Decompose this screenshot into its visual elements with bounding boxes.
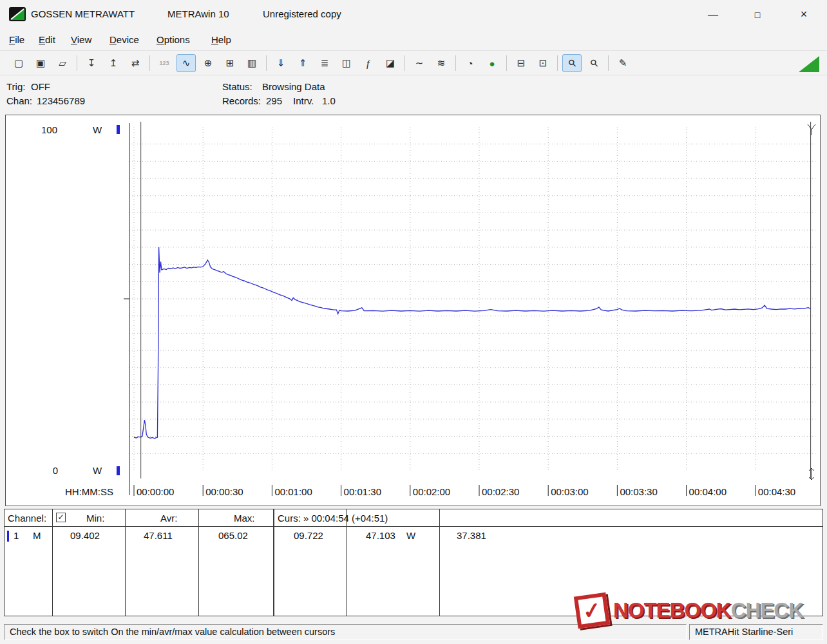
waveform-marker-icon: ∼	[415, 57, 424, 69]
annotation-icon: ✎	[619, 57, 627, 69]
live-monitor-button[interactable]: ◫	[337, 54, 356, 72]
header-min: Min:	[86, 513, 104, 524]
maximize-button[interactable]: □	[743, 0, 772, 29]
app-logo-icon	[9, 7, 26, 21]
y-axis-bottom-marker	[117, 466, 120, 475]
metrawin-window: GOSSEN METRAWATT METRAwin 10 Unregistere…	[0, 0, 827, 644]
waveform-marker-button[interactable]: ∼	[410, 54, 429, 72]
titlebar-app-name: METRAwin 10	[167, 8, 229, 19]
cell-mode: M	[33, 530, 41, 541]
chart-cursors[interactable]	[141, 122, 811, 478]
toolbar-separator	[455, 55, 456, 71]
minimize-button[interactable]: —	[698, 0, 728, 29]
chart-display-button[interactable]: ∿	[176, 54, 196, 72]
records-value: 295	[266, 95, 282, 106]
close-button[interactable]: ×	[789, 0, 819, 29]
table-column-divider	[439, 509, 440, 616]
numeric-display-button[interactable]: 123	[155, 54, 174, 72]
cell-delta: 37.381	[457, 530, 486, 541]
file-open-icon: ▱	[59, 57, 66, 69]
function-display-button[interactable]: ƒ	[359, 54, 378, 72]
watermark-brand-gray: CHECK	[731, 598, 803, 623]
info-bar: Trig: OFF Chan: 123456789 Status: Browsi…	[0, 75, 827, 111]
menu-edit[interactable]: Edit	[36, 33, 58, 46]
notebookcheck-shield-icon: ✓	[574, 592, 610, 629]
file-new-icon: ▢	[14, 57, 23, 69]
cell-channel: 1	[14, 530, 19, 541]
zoom-in-button[interactable]: ⚲	[562, 54, 582, 72]
gauge-view-icon: ◔	[467, 58, 473, 69]
waveform-measure-button[interactable]: ≋	[432, 54, 451, 72]
interval-label: Intrv.	[293, 95, 314, 106]
cursor-handle-bottom-icon[interactable]	[809, 468, 814, 480]
y-max-label: 100	[41, 124, 57, 135]
header-cursor: Curs: » 00:04:54 (+04:51)	[278, 513, 388, 524]
chart-display-icon: ∿	[182, 57, 191, 69]
table-column-divider	[273, 509, 274, 616]
header-avr: Avr:	[160, 513, 177, 524]
cell-cursor2: 47.103	[366, 530, 395, 541]
menu-view[interactable]: View	[68, 33, 94, 46]
watermark-brand-red: NOTEBOOK	[613, 598, 731, 623]
file-save-button[interactable]: ▣	[31, 54, 50, 72]
demo-bug-button[interactable]: ●	[482, 54, 502, 72]
table-column-divider	[198, 509, 199, 616]
zoom-out-button[interactable]: ⚲	[584, 54, 604, 72]
minmax-toggle-checkbox[interactable]: ✓	[56, 513, 66, 522]
x-tick-label: 00:02:00	[413, 486, 450, 497]
chart-grid	[129, 127, 816, 471]
y-unit-bottom-label: W	[93, 465, 102, 476]
toolbar-separator	[266, 55, 267, 71]
file-open-button[interactable]: ▱	[53, 54, 72, 72]
menu-options[interactable]: Options	[154, 33, 193, 46]
x-tick-label: 00:04:30	[758, 486, 795, 497]
device-monitor-icon: ◪	[386, 57, 395, 69]
data-import-button[interactable]: ↥	[104, 54, 123, 72]
print-preview-icon: ⊡	[539, 57, 547, 69]
channel-list-icon: ≣	[321, 57, 329, 69]
waveform-measure-icon: ≋	[437, 57, 446, 69]
x-axis-ticks: 00:00:0000:00:3000:01:0000:01:3000:02:00…	[134, 485, 795, 497]
data-transfer-button[interactable]: ⇄	[126, 54, 145, 72]
print-button[interactable]: ⊟	[511, 54, 531, 72]
annotation-button[interactable]: ✎	[613, 54, 632, 72]
x-tick-label: 00:00:00	[137, 486, 174, 497]
cell-avr: 47.611	[144, 530, 173, 541]
file-new-button[interactable]: ▢	[9, 54, 28, 72]
power-trace	[134, 247, 811, 439]
function-display-icon: ƒ	[366, 58, 371, 69]
bargraph-display-icon: ▥	[247, 57, 256, 69]
bargraph-display-button[interactable]: ▥	[242, 54, 261, 72]
data-export-button[interactable]: ↧	[82, 54, 101, 72]
toolbar-separator	[506, 55, 507, 71]
menu-device[interactable]: Device	[107, 33, 142, 46]
device-upload-button[interactable]: ⇑	[293, 54, 312, 72]
menu-file[interactable]: File	[6, 33, 27, 46]
x-tick-label: 00:03:00	[551, 486, 588, 497]
print-preview-button[interactable]: ⊡	[533, 54, 553, 72]
trig-value: OFF	[31, 81, 50, 92]
file-save-icon: ▣	[36, 57, 45, 69]
chart-axes: 100 W 0 W HH:MM:SS	[41, 123, 129, 497]
x-tick-label: 00:00:30	[205, 486, 243, 497]
device-upload-icon: ⇑	[299, 57, 307, 69]
gauge-view-button[interactable]: ◔	[461, 54, 480, 72]
data-import-icon: ↥	[109, 57, 118, 69]
device-download-button[interactable]: ⇓	[271, 54, 290, 72]
data-export-icon: ↧	[88, 57, 96, 69]
x-tick-label: 00:01:00	[274, 486, 312, 497]
cell-min: 09.402	[70, 530, 100, 541]
cursor-handle-top-icon[interactable]	[808, 124, 815, 135]
zoom-in-icon: ⚲	[566, 57, 579, 70]
power-chart: 100 W 0 W HH:MM:SS 00:00:0000:00:3000:01…	[6, 115, 820, 506]
scope-display-button[interactable]: ⊕	[198, 54, 218, 72]
toolbar-separator	[77, 55, 77, 71]
device-download-icon: ⇓	[277, 57, 285, 69]
channel-list-button[interactable]: ≣	[315, 54, 334, 72]
x-tick-label: 00:04:00	[689, 486, 727, 497]
records-label: Records:	[222, 95, 261, 106]
live-monitor-icon: ◫	[342, 57, 351, 69]
table-display-button[interactable]: ⊞	[220, 54, 240, 72]
menu-help[interactable]: Help	[209, 33, 234, 46]
device-monitor-button[interactable]: ◪	[381, 54, 400, 72]
